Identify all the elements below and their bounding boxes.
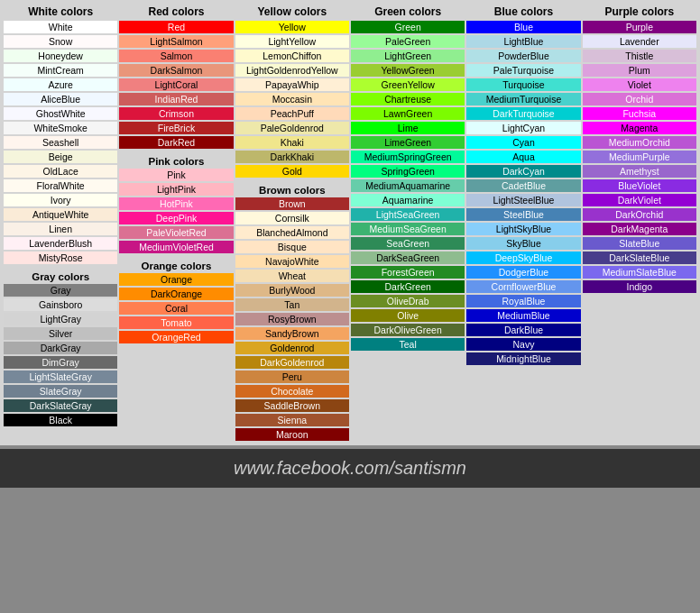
- section-header-orange-colors: Orange colors: [119, 258, 233, 272]
- swatch-powderblue: PowderBlue: [466, 50, 580, 62]
- swatch-moccasin: Moccasin: [235, 93, 349, 105]
- swatch-aquamarine: Aquamarine: [351, 194, 465, 206]
- swatch-greenyellow: GreenYellow: [351, 78, 465, 91]
- swatch-lightcoral: LightCoral: [119, 78, 233, 91]
- swatch-cadetblue: CadetBlue: [466, 179, 580, 192]
- swatch-darkblue: DarkBlue: [466, 324, 580, 336]
- column-purple: Purple colorsPurpleLavenderThistlePlumVi…: [583, 4, 696, 294]
- swatch-firebrick: FireBrick: [119, 122, 233, 134]
- swatch-darkgreen: DarkGreen: [351, 280, 465, 293]
- header-blue: Blue colors: [466, 4, 580, 20]
- swatch-springgreen: SpringGreen: [351, 165, 465, 178]
- swatch-floralwhite: FloralWhite: [4, 179, 117, 192]
- swatch-mediumspringgreen: MediumSpringGreen: [351, 151, 465, 163]
- swatch-orchid: Orchid: [583, 93, 696, 105]
- swatch-lightpink: LightPink: [119, 183, 233, 196]
- swatch-linen: Linen: [4, 223, 117, 235]
- swatch-amethyst: Amethyst: [583, 165, 696, 178]
- swatch-royalblue: RoyalBlue: [466, 295, 580, 307]
- swatch-oldlace: OldLace: [4, 165, 117, 178]
- swatch-gainsboro: Gainsboro: [4, 298, 117, 311]
- swatch-chocolate: Chocolate: [235, 385, 349, 398]
- swatch-violet: Violet: [583, 78, 696, 91]
- swatch-lime: Lime: [351, 122, 465, 134]
- swatch-snow: Snow: [4, 35, 117, 48]
- swatch-darkorchid: DarkOrchid: [583, 208, 696, 221]
- swatch-gold: Gold: [235, 165, 349, 178]
- swatch-lightgoldenrodyellow: LightGoldenrodYellow: [235, 64, 349, 77]
- swatch-darkseagreen: DarkSeaGreen: [351, 252, 465, 264]
- swatch-seagreen: SeaGreen: [351, 237, 465, 250]
- swatch-mediumvioletred: MediumVioletRed: [119, 241, 233, 253]
- swatch-crimson: Crimson: [119, 107, 233, 120]
- swatch-maroon: Maroon: [235, 428, 349, 441]
- swatch-saddlebrown: SaddleBrown: [235, 399, 349, 412]
- swatch-plum: Plum: [583, 64, 696, 77]
- swatch-ghostwhite: GhostWhite: [4, 107, 117, 120]
- swatch-chartreuse: Chartreuse: [351, 93, 465, 105]
- swatch-mediumturquoise: MediumTurquoise: [466, 93, 580, 105]
- section-header-gray-colors: Gray colors: [4, 269, 117, 283]
- swatch-orange: Orange: [119, 273, 233, 286]
- swatch-darkmagenta: DarkMagenta: [583, 223, 696, 235]
- swatch-orangered: OrangeRed: [119, 331, 233, 343]
- swatch-darkslategray: DarkSlateGray: [4, 399, 117, 412]
- swatch-whitesmoke: WhiteSmoke: [4, 122, 117, 134]
- swatch-mintcream: MintCream: [4, 64, 117, 77]
- swatch-forestgreen: ForestGreen: [351, 266, 465, 279]
- swatch-white: White: [4, 21, 117, 33]
- swatch-palegoldenrod: PaleGoldenrod: [235, 122, 349, 134]
- column-white: White colorsWhiteSnowHoneydewMintCreamAz…: [4, 4, 117, 427]
- swatch-lightsalmon: LightSalmon: [119, 35, 233, 48]
- swatch-aqua: Aqua: [466, 151, 580, 163]
- swatch-cyan: Cyan: [466, 136, 580, 149]
- swatch-lavenderblush: LavenderBlush: [4, 237, 117, 250]
- swatch-tan: Tan: [235, 298, 349, 311]
- swatch-mediumorchid: MediumOrchid: [583, 136, 696, 149]
- swatch-navy: Navy: [466, 338, 580, 351]
- swatch-mediumslateblue: MediumSlateBlue: [583, 266, 696, 279]
- swatch-deeppink: DeepPink: [119, 212, 233, 224]
- swatch-gray: Gray: [4, 284, 117, 297]
- swatch-darksalmon: DarkSalmon: [119, 64, 233, 77]
- swatch-pink: Pink: [119, 169, 233, 181]
- swatch-limegreen: LimeGreen: [351, 136, 465, 149]
- section-header-pink-colors: Pink colors: [119, 153, 233, 168]
- swatch-lightgray: LightGray: [4, 313, 117, 325]
- swatch-peachpuff: PeachPuff: [235, 107, 349, 120]
- swatch-mediumseagreen: MediumSeaGreen: [351, 223, 465, 235]
- swatch-turquoise: Turquoise: [466, 78, 580, 91]
- swatch-antiquewhite: AntiqueWhite: [4, 208, 117, 221]
- swatch-salmon: Salmon: [119, 50, 233, 62]
- swatch-bisque: Bisque: [235, 241, 349, 253]
- swatch-paleturquoise: PaleTurquoise: [466, 64, 580, 77]
- swatch-olivedrab: OliveDrab: [351, 295, 465, 307]
- footer-text: www.facebook.com/santismn: [234, 458, 466, 478]
- swatch-lavender: Lavender: [583, 35, 696, 48]
- swatch-teal: Teal: [351, 338, 465, 351]
- swatch-lightseagreen: LightSeaGreen: [351, 208, 465, 221]
- header-purple: Purple colors: [583, 4, 696, 20]
- swatch-brown: Brown: [235, 197, 349, 210]
- swatch-darkviolet: DarkViolet: [583, 194, 696, 206]
- swatch-blueviolet: BlueViolet: [583, 179, 696, 192]
- swatch-olive: Olive: [351, 309, 465, 322]
- swatch-mediumblue: MediumBlue: [466, 309, 580, 322]
- swatch-lightsteelblue: LightSteelBlue: [466, 194, 580, 206]
- swatch-red: Red: [119, 21, 233, 33]
- swatch-yellow: Yellow: [235, 21, 349, 33]
- swatch-darkorange: DarkOrange: [119, 288, 233, 300]
- swatch-midnightblue: MidnightBlue: [466, 352, 580, 365]
- column-yellow: Yellow colorsYellowLightYellowLemonChiff…: [235, 4, 349, 442]
- column-green: Green colorsGreenPaleGreenLightGreenYell…: [351, 4, 465, 352]
- swatch-silver: Silver: [4, 327, 117, 340]
- swatch-lemonchiffon: LemonChiffon: [235, 50, 349, 62]
- swatch-indianred: IndianRed: [119, 93, 233, 105]
- section-header-brown-colors: Brown colors: [235, 182, 349, 197]
- swatch-yellowgreen: YellowGreen: [351, 64, 465, 77]
- swatch-thistle: Thistle: [583, 50, 696, 62]
- swatch-goldenrod: Goldenrod: [235, 342, 349, 354]
- swatch-darkslateblue: DarkSlateBlue: [583, 252, 696, 264]
- swatch-rosybrown: RosyBrown: [235, 313, 349, 325]
- swatch-deepskyblue: DeepSkyBlue: [466, 252, 580, 264]
